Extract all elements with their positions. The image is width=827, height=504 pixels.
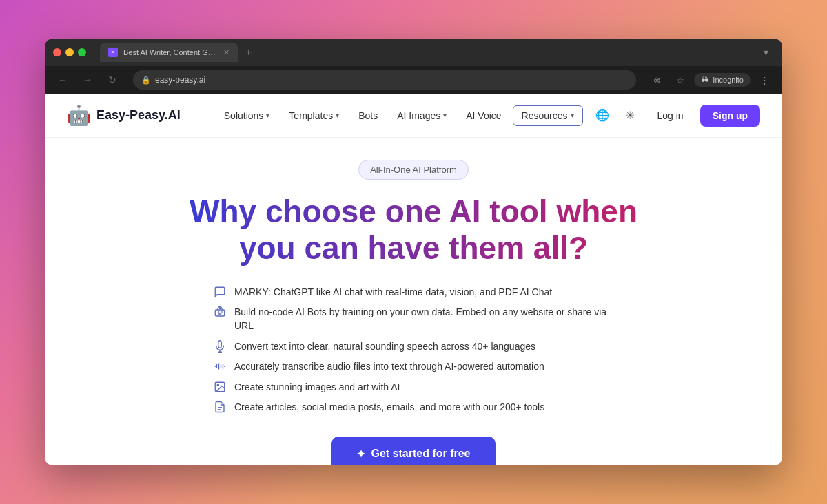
- website-content: 🤖 Easy-Peasy.AI Solutions ▾ Templates ▾ …: [45, 94, 782, 465]
- nav-templates[interactable]: Templates ▾: [280, 106, 347, 125]
- close-window-button[interactable]: [53, 48, 61, 56]
- nav-ai-voice[interactable]: AI Voice: [458, 106, 509, 125]
- browser-titlebar: E Best AI Writer, Content Gene ✕ + ▾: [45, 39, 782, 66]
- hero-headline: Why choose one AI tool when you can have…: [190, 193, 637, 266]
- feature-item: Create stunning images and art with AI: [214, 381, 613, 395]
- incognito-label: Incognito: [713, 76, 744, 84]
- sparkle-icon: ✦: [356, 448, 365, 461]
- logo-icon: 🤖: [67, 104, 91, 127]
- nav-actions: 🌐 ☀ Log in Sign up: [591, 105, 760, 127]
- minimize-window-button[interactable]: [65, 48, 74, 56]
- new-tab-button[interactable]: +: [241, 44, 257, 61]
- nav-bots[interactable]: Bots: [350, 106, 386, 125]
- back-button[interactable]: ←: [53, 70, 72, 90]
- tab-bar: E Best AI Writer, Content Gene ✕ + ▾: [100, 43, 774, 62]
- reload-button[interactable]: ↻: [103, 70, 122, 90]
- incognito-badge: 🕶 Incognito: [694, 73, 751, 87]
- nav-resources[interactable]: Resources ▾: [513, 105, 583, 126]
- audio-waves-icon: [214, 360, 226, 372]
- feature-item: Create articles, social media posts, ema…: [214, 401, 613, 414]
- microphone-icon: [214, 340, 226, 353]
- traffic-lights: [53, 48, 86, 56]
- chevron-down-icon: ▾: [571, 112, 574, 119]
- bookmark-icon[interactable]: ☆: [671, 70, 690, 90]
- nav-links: Solutions ▾ Templates ▾ Bots AI Images ▾…: [216, 105, 583, 126]
- cta-label: Get started for free: [371, 448, 470, 460]
- chevron-down-icon: ▾: [266, 112, 269, 119]
- chat-icon: [214, 286, 226, 298]
- tab-close-button[interactable]: ✕: [223, 48, 229, 57]
- main-content: All-In-One AI Platform Why choose one AI…: [45, 138, 782, 465]
- chevron-down-icon: ▾: [443, 112, 447, 119]
- lock-icon: 🔒: [141, 76, 151, 85]
- cast-icon[interactable]: ⊗: [647, 70, 666, 90]
- address-bar[interactable]: 🔒 easy-peasy.ai: [133, 70, 636, 90]
- tab-title: Best AI Writer, Content Gene: [123, 48, 218, 56]
- image-icon: [214, 381, 226, 393]
- features-list: MARKY: ChatGPT like AI chat with real-ti…: [214, 286, 613, 414]
- svg-point-1: [219, 308, 221, 309]
- svg-rect-0: [215, 310, 225, 316]
- tab-favicon: E: [108, 48, 118, 57]
- feature-item: MARKY: ChatGPT like AI chat with real-ti…: [214, 286, 613, 300]
- feature-item: Convert text into clear, natural soundin…: [214, 340, 613, 354]
- bot-icon: [214, 306, 226, 318]
- browser-toolbar: ← → ↻ 🔒 easy-peasy.ai ⊗ ☆ 🕶 Incognito ⋮: [45, 66, 782, 94]
- feature-item: Build no-code AI Bots by training on you…: [214, 306, 613, 333]
- hero-badge: All-In-One AI Platform: [358, 160, 469, 180]
- incognito-icon: 🕶: [701, 76, 708, 84]
- signup-button[interactable]: Sign up: [700, 105, 760, 127]
- feature-item: Accurately transcribe audio files into t…: [214, 360, 613, 374]
- logo[interactable]: 🤖 Easy-Peasy.AI: [67, 104, 181, 127]
- tab-list-button[interactable]: ▾: [757, 44, 774, 61]
- url-text: easy-peasy.ai: [155, 75, 628, 85]
- theme-toggle-button[interactable]: ☀: [619, 105, 641, 127]
- login-button[interactable]: Log in: [646, 105, 695, 127]
- browser-tab[interactable]: E Best AI Writer, Content Gene ✕: [100, 43, 238, 62]
- chevron-down-icon: ▾: [336, 112, 339, 119]
- toolbar-actions: ⊗ ☆ 🕶 Incognito ⋮: [647, 70, 774, 90]
- svg-point-3: [217, 384, 218, 386]
- nav-ai-images[interactable]: AI Images ▾: [389, 106, 455, 125]
- site-nav: 🤖 Easy-Peasy.AI Solutions ▾ Templates ▾ …: [45, 94, 782, 138]
- menu-button[interactable]: ⋮: [755, 70, 774, 90]
- nav-solutions[interactable]: Solutions ▾: [216, 106, 278, 125]
- document-icon: [214, 401, 226, 413]
- maximize-window-button[interactable]: [78, 48, 86, 56]
- forward-button[interactable]: →: [78, 70, 97, 90]
- browser-window: E Best AI Writer, Content Gene ✕ + ▾ ← →…: [45, 39, 782, 465]
- get-started-button[interactable]: ✦ Get started for free: [331, 437, 495, 465]
- logo-text: Easy-Peasy.AI: [96, 108, 181, 123]
- language-button[interactable]: 🌐: [591, 105, 613, 127]
